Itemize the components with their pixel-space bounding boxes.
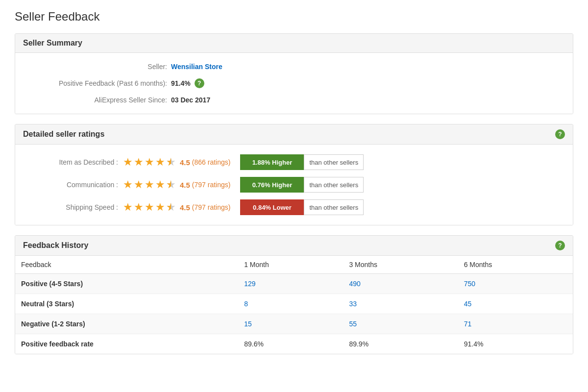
- positive-feedback-value: 91.4%: [171, 79, 191, 87]
- rating-label: Shipping Speed :: [40, 203, 118, 211]
- positive-feedback-row: Positive Feedback (Past 6 months): 91.4%…: [30, 78, 558, 88]
- feedback-row-label: Negative (1-2 Stars): [15, 314, 238, 334]
- seller-summary-title: Seller Summary: [23, 39, 82, 48]
- seller-since-row: AliExpress Seller Since: 03 Dec 2017: [30, 96, 558, 104]
- table-column-header: Feedback: [15, 256, 238, 274]
- feedback-row-label: Positive feedback rate: [15, 334, 238, 354]
- star-full: ★: [134, 156, 144, 169]
- table-header-row: Feedback1 Month3 Months6 Months: [15, 256, 573, 274]
- positive-feedback-help-icon[interactable]: ?: [195, 78, 204, 88]
- rating-row: Item as Described : ★★★★★★ 4.5 (866 rati…: [30, 154, 558, 170]
- feedback-history-header: Feedback History ?: [15, 236, 573, 256]
- seller-summary-header: Seller Summary: [15, 34, 573, 53]
- rating-count: (797 ratings): [192, 203, 231, 211]
- comparison-badge: 0.76% Higher: [240, 177, 304, 193]
- table-column-header: 1 Month: [238, 256, 343, 274]
- feedback-history-body: Feedback1 Month3 Months6 Months Positive…: [15, 256, 573, 354]
- star-group: ★★★★★★: [123, 156, 176, 169]
- rating-row: Shipping Speed : ★★★★★★ 4.5 (797 ratings…: [30, 199, 558, 215]
- star-full: ★: [155, 178, 165, 191]
- feedback-row-value: 8: [238, 294, 343, 314]
- comparison-badge: 0.84% Lower: [240, 199, 304, 215]
- detailed-ratings-help-icon[interactable]: ?: [555, 129, 565, 139]
- detailed-ratings-header: Detailed seller ratings ?: [15, 124, 573, 145]
- star-full: ★: [145, 201, 154, 214]
- table-row: Positive feedback rate89.6%89.9%91.4%: [15, 334, 573, 354]
- star-full: ★: [155, 201, 165, 214]
- feedback-row-value: 55: [343, 314, 458, 334]
- page-title: Seller Feedback: [15, 10, 573, 24]
- table-row: Positive (4-5 Stars)129490750: [15, 274, 573, 294]
- table-row: Neutral (3 Stars)83345: [15, 294, 573, 314]
- feedback-row-value: 71: [458, 314, 573, 334]
- feedback-table: Feedback1 Month3 Months6 Months Positive…: [15, 256, 573, 354]
- detailed-ratings-title: Detailed seller ratings: [23, 130, 104, 139]
- seller-summary-card: Seller Summary Seller: Wensilian Store P…: [15, 33, 573, 114]
- feedback-row-value: 89.6%: [238, 334, 343, 354]
- rating-score: 4.5: [180, 181, 190, 189]
- comparison-badge: 1.88% Higher: [240, 154, 304, 170]
- comparison-group: 1.88% Higher than other sellers: [240, 154, 364, 170]
- star-full: ★: [145, 178, 154, 191]
- star-full: ★: [134, 201, 144, 214]
- feedback-history-help-icon[interactable]: ?: [555, 241, 565, 250]
- rating-count: (866 ratings): [192, 158, 231, 166]
- feedback-row-value: 33: [343, 294, 458, 314]
- table-column-header: 3 Months: [343, 256, 458, 274]
- feedback-history-title: Feedback History: [23, 241, 88, 250]
- comparison-group: 0.76% Higher than other sellers: [240, 177, 364, 193]
- star-full: ★: [123, 178, 133, 191]
- rating-count: (797 ratings): [192, 181, 231, 189]
- feedback-row-value: 15: [238, 314, 343, 334]
- rating-label: Item as Described :: [40, 158, 118, 166]
- comparison-text: than other sellers: [304, 154, 364, 170]
- seller-since-value: 03 Dec 2017: [171, 96, 210, 104]
- feedback-row-label: Positive (4-5 Stars): [15, 274, 238, 294]
- feedback-row-value: 91.4%: [458, 334, 573, 354]
- ratings-container: Item as Described : ★★★★★★ 4.5 (866 rati…: [30, 154, 558, 215]
- feedback-table-body: Positive (4-5 Stars)129490750Neutral (3 …: [15, 274, 573, 354]
- rating-label: Communication :: [40, 181, 118, 189]
- feedback-row-value: 45: [458, 294, 573, 314]
- seller-name-link[interactable]: Wensilian Store: [171, 63, 222, 71]
- star-group: ★★★★★★: [123, 201, 176, 214]
- seller-label: Seller:: [49, 63, 167, 71]
- star-half: ★★: [166, 156, 176, 169]
- detailed-ratings-card: Detailed seller ratings ? Item as Descri…: [15, 124, 573, 225]
- seller-summary-body: Seller: Wensilian Store Positive Feedbac…: [15, 53, 573, 114]
- comparison-text: than other sellers: [304, 177, 364, 193]
- detailed-ratings-body: Item as Described : ★★★★★★ 4.5 (866 rati…: [15, 145, 573, 225]
- comparison-text: than other sellers: [304, 199, 364, 215]
- feedback-row-value: 129: [238, 274, 343, 294]
- rating-row: Communication : ★★★★★★ 4.5 (797 ratings)…: [30, 177, 558, 193]
- seller-since-label: AliExpress Seller Since:: [49, 96, 167, 104]
- feedback-row-value: 490: [343, 274, 458, 294]
- rating-score: 4.5: [180, 203, 190, 212]
- star-full: ★: [145, 156, 154, 169]
- feedback-row-label: Neutral (3 Stars): [15, 294, 238, 314]
- feedback-row-value: 750: [458, 274, 573, 294]
- feedback-table-head: Feedback1 Month3 Months6 Months: [15, 256, 573, 274]
- table-column-header: 6 Months: [458, 256, 573, 274]
- star-full: ★: [155, 156, 165, 169]
- table-row: Negative (1-2 Stars)155571: [15, 314, 573, 334]
- star-half: ★★: [166, 201, 176, 214]
- star-full: ★: [134, 178, 144, 191]
- star-half: ★★: [166, 178, 176, 191]
- star-full: ★: [123, 201, 133, 214]
- star-full: ★: [123, 156, 133, 169]
- feedback-row-value: 89.9%: [343, 334, 458, 354]
- positive-feedback-label: Positive Feedback (Past 6 months):: [49, 79, 167, 87]
- feedback-history-card: Feedback History ? Feedback1 Month3 Mont…: [15, 235, 573, 354]
- comparison-group: 0.84% Lower than other sellers: [240, 199, 364, 215]
- seller-name-row: Seller: Wensilian Store: [30, 63, 558, 71]
- rating-score: 4.5: [180, 158, 190, 167]
- star-group: ★★★★★★: [123, 178, 176, 191]
